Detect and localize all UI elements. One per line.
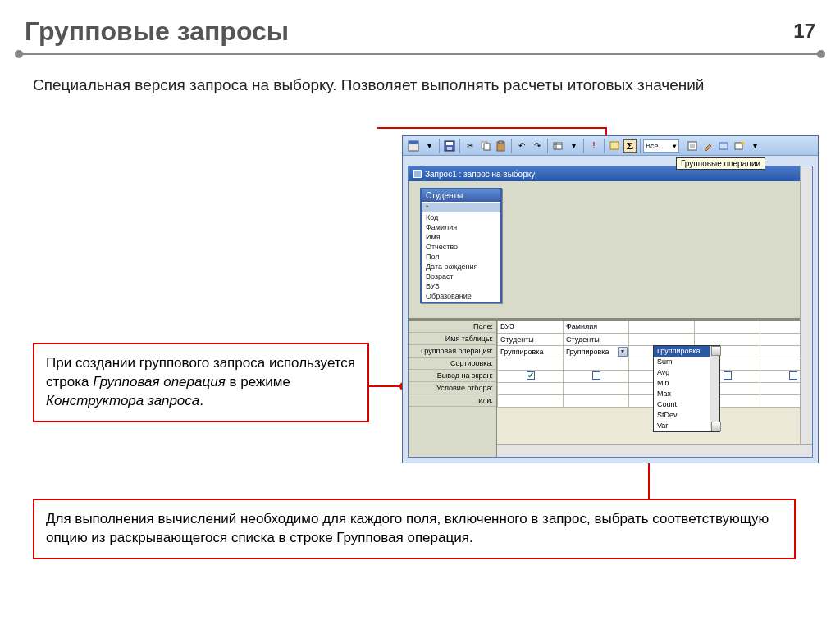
svg-rect-4 <box>447 147 452 150</box>
cell-empty[interactable] <box>695 321 760 333</box>
field-list-item[interactable]: Дата рождения <box>422 262 500 271</box>
field-list-item[interactable]: Пол <box>422 252 500 262</box>
table-pane: Студенты * Код Фамилия Имя Отчество Пол … <box>409 181 812 321</box>
down-arrow-icon[interactable]: ▾ <box>566 139 581 153</box>
cut-button[interactable]: ✂ <box>463 139 477 153</box>
cell-table[interactable]: Студенты <box>564 333 629 345</box>
show-table-button[interactable] <box>607 139 622 153</box>
checkbox-icon[interactable] <box>789 371 797 380</box>
field-list-item[interactable]: Образование <box>422 291 500 301</box>
down-arrow-icon[interactable]: ▾ <box>747 139 762 153</box>
view-button[interactable] <box>406 139 421 153</box>
toolbar: ▾ ✂ ↶ ↷ ▾ ! Σ Все▾ ▾ <box>403 136 818 156</box>
top-values-combo[interactable]: Все▾ <box>643 139 679 153</box>
intro-text: Специальная версия запроса на выборку. П… <box>0 71 840 104</box>
field-list-item[interactable]: * <box>422 203 500 212</box>
title-divider <box>16 53 824 55</box>
cell-empty[interactable] <box>629 321 695 333</box>
cell-group-op[interactable]: Группировка <box>498 345 564 358</box>
query-design-window: Запрос1 : запрос на выборку Студенты * К… <box>408 166 813 458</box>
field-list-item[interactable]: ВУЗ <box>422 281 500 291</box>
query-type-button[interactable] <box>550 139 565 153</box>
vertical-scrollbar[interactable] <box>800 166 812 444</box>
horizontal-scrollbar[interactable] <box>497 444 812 457</box>
cell-sort[interactable] <box>498 358 564 370</box>
svg-rect-3 <box>446 142 453 145</box>
grid-row-labels: Поле: Имя таблицы: Групповая операция: С… <box>409 321 497 457</box>
page-number: 17 <box>793 20 815 43</box>
cell-table[interactable]: Студенты <box>498 333 564 345</box>
svg-rect-6 <box>484 144 490 150</box>
checkbox-icon[interactable] <box>724 371 732 380</box>
checkbox-icon[interactable] <box>527 371 535 380</box>
paste-button[interactable] <box>494 139 509 153</box>
field-list-item[interactable]: Код <box>422 212 500 222</box>
cell-or[interactable] <box>498 394 564 407</box>
redo-button[interactable]: ↷ <box>530 139 545 153</box>
svg-rect-9 <box>554 143 562 149</box>
connector-line <box>369 385 402 387</box>
svg-rect-8 <box>499 141 503 144</box>
access-app-window: ▾ ✂ ↶ ↷ ▾ ! Σ Все▾ ▾ Групповые операции … <box>402 135 819 463</box>
window-icon <box>413 170 422 178</box>
down-arrow-icon[interactable]: ▾ <box>422 139 436 153</box>
svg-rect-10 <box>610 142 619 149</box>
cell-group-op[interactable]: Группировка ▼ <box>564 345 629 358</box>
field-list-item[interactable]: Возраст <box>422 271 500 281</box>
field-list[interactable]: Студенты * Код Фамилия Имя Отчество Пол … <box>420 188 502 303</box>
checkbox-icon[interactable] <box>592 371 600 380</box>
run-button[interactable]: ! <box>587 139 601 153</box>
svg-rect-1 <box>409 141 418 144</box>
connector-line <box>377 127 607 129</box>
copy-button[interactable] <box>478 139 493 153</box>
undo-button[interactable]: ↶ <box>514 139 529 153</box>
field-list-item[interactable]: Отчество <box>422 242 500 252</box>
svg-rect-12 <box>719 143 728 149</box>
db-window-button[interactable] <box>716 139 731 153</box>
field-list-item[interactable]: Имя <box>422 232 500 242</box>
callout-group-row: При создании группового запроса использу… <box>33 343 369 422</box>
build-button[interactable] <box>701 139 715 153</box>
page-title: Групповые запросы <box>0 0 840 53</box>
svg-point-14 <box>741 142 744 145</box>
field-list-item[interactable]: Фамилия <box>422 222 500 232</box>
dropdown-scrollbar[interactable] <box>710 346 719 431</box>
callout-dropdown: Для выполнения вычислений необходимо для… <box>33 499 796 559</box>
window-title-text: Запрос1 : запрос на выборку <box>425 170 535 179</box>
totals-sigma-button[interactable]: Σ <box>623 139 637 153</box>
group-op-dropdown[interactable]: Группировка Sum Avg Min Max Count StDev … <box>653 345 720 432</box>
save-button[interactable] <box>442 139 457 153</box>
cell-field[interactable]: Фамилия <box>564 321 629 333</box>
cell-field[interactable]: ВУЗ <box>498 321 564 333</box>
properties-button[interactable] <box>685 139 700 153</box>
cell-show[interactable] <box>498 370 564 382</box>
new-object-button[interactable] <box>732 139 746 153</box>
field-list-title: Студенты <box>422 189 500 202</box>
qbe-grid: Поле: Имя таблицы: Групповая операция: С… <box>409 321 812 457</box>
sigma-tooltip: Групповые операции <box>676 157 765 170</box>
dropdown-arrow-icon[interactable]: ▼ <box>618 347 628 357</box>
cell-criteria[interactable] <box>498 382 564 394</box>
